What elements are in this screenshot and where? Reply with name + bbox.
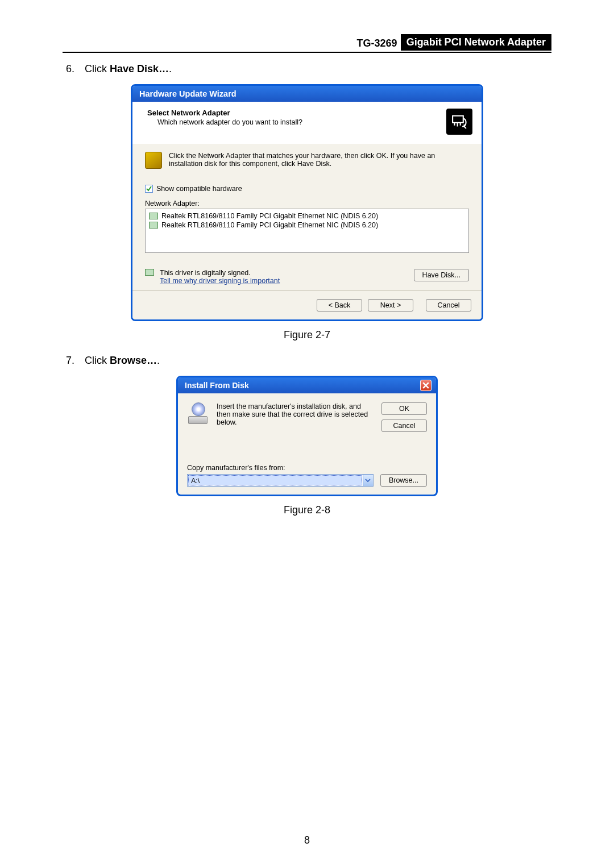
combo-dropdown-button[interactable] — [363, 475, 373, 486]
copy-from-label: Copy manufacturer's files from: — [187, 464, 427, 472]
chevron-down-icon — [365, 477, 371, 483]
wizard-info-text: Click the Network Adapter that matches y… — [169, 152, 469, 169]
signed-icon — [145, 269, 154, 276]
step-6: 6. Click Have Disk…. — [66, 63, 551, 75]
wizard-body: Click the Network Adapter that matches y… — [132, 144, 482, 290]
signed-left: This driver is digitally signed. Tell me… — [145, 269, 280, 285]
dialog-message: Insert the manufacturer's installation d… — [217, 402, 374, 432]
dialog-button-column: OK Cancel — [381, 402, 427, 432]
header-model: TG-3269 — [357, 38, 401, 51]
path-combobox[interactable]: A:\ — [187, 474, 374, 487]
step-6-suffix: . — [169, 63, 172, 74]
network-adapter-icon — [446, 109, 472, 135]
header-title: Gigabit PCI Network Adapter — [401, 34, 551, 51]
list-item-label: Realtek RTL8169/8110 Family PCI Gigabit … — [161, 221, 378, 229]
wizard-header: Select Network Adapter Which network ada… — [132, 102, 482, 144]
show-compatible-checkbox[interactable]: Show compatible hardware — [145, 185, 469, 193]
step-7-suffix: . — [157, 355, 160, 366]
show-compatible-label: Show compatible hardware — [156, 185, 242, 193]
list-item-label: Realtek RTL8169/8110 Family PCI Gigabit … — [161, 212, 378, 220]
network-adapter-list[interactable]: Realtek RTL8169/8110 Family PCI Gigabit … — [145, 209, 469, 253]
dialog-body: Insert the manufacturer's installation d… — [178, 393, 436, 495]
ok-button[interactable]: OK — [381, 402, 427, 415]
list-item[interactable]: Realtek RTL8169/8110 Family PCI Gigabit … — [149, 221, 465, 230]
chip-icon — [145, 152, 162, 169]
step-6-bold: Have Disk… — [110, 63, 169, 74]
install-from-disk-dialog: Install From Disk Insert the manufacture… — [176, 376, 438, 496]
wizard-footer: < Back Next > Cancel — [132, 290, 482, 319]
path-value: A:\ — [188, 475, 362, 485]
dialog-title-bar: Install From Disk — [178, 377, 436, 393]
wizard-subheading: Which network adapter do you want to ins… — [147, 117, 302, 126]
list-item[interactable]: Realtek RTL8169/8110 Family PCI Gigabit … — [149, 211, 465, 221]
have-disk-button[interactable]: Have Disk... — [414, 269, 469, 281]
close-button[interactable] — [420, 380, 432, 391]
figure-2-7-caption: Figure 2-7 — [63, 329, 551, 341]
cancel-button[interactable]: Cancel — [426, 299, 471, 312]
page-header: TG-3269 Gigabit PCI Network Adapter — [63, 34, 551, 53]
step-7-bold: Browse… — [110, 355, 157, 366]
wizard-title-bar: Hardware Update Wizard — [132, 86, 482, 102]
hardware-update-wizard-window: Hardware Update Wizard Select Network Ad… — [131, 84, 483, 321]
disk-icon — [187, 402, 209, 424]
network-adapter-label: Network Adapter: — [145, 200, 469, 207]
checkbox-icon — [145, 185, 153, 193]
signed-text: This driver is digitally signed. — [160, 269, 280, 277]
page-number: 8 — [0, 834, 614, 846]
back-button[interactable]: < Back — [317, 299, 362, 312]
browse-button[interactable]: Browse... — [380, 474, 427, 487]
nic-icon — [149, 222, 158, 229]
next-button[interactable]: Next > — [368, 299, 413, 312]
signed-row: This driver is digitally signed. Tell me… — [145, 269, 469, 285]
cancel-button[interactable]: Cancel — [381, 420, 427, 432]
dialog-top-row: Insert the manufacturer's installation d… — [187, 402, 427, 432]
step-7: 7. Click Browse…. — [66, 355, 551, 367]
step-6-prefix: Click — [85, 63, 110, 74]
close-icon — [422, 382, 429, 389]
wizard-heading: Select Network Adapter — [147, 109, 302, 117]
driver-signing-link[interactable]: Tell me why driver signing is important — [160, 277, 280, 285]
combo-row: A:\ Browse... — [187, 474, 427, 487]
figure-2-8-caption: Figure 2-8 — [63, 504, 551, 516]
step-7-number: 7. — [66, 355, 82, 367]
step-7-prefix: Click — [85, 355, 110, 366]
dialog-title-text: Install From Disk — [185, 381, 249, 390]
wizard-header-text: Select Network Adapter Which network ada… — [147, 109, 302, 126]
nic-icon — [149, 213, 158, 219]
step-6-number: 6. — [66, 63, 82, 75]
wizard-info-row: Click the Network Adapter that matches y… — [145, 152, 469, 169]
